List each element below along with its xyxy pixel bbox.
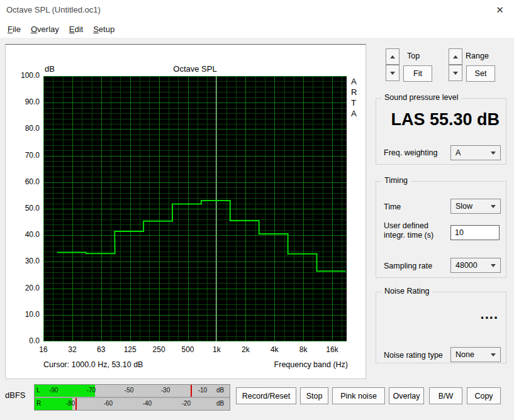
dbfs-label: dBFS xyxy=(5,390,26,400)
arta-watermark: ARTA xyxy=(351,76,359,119)
menu-edit[interactable]: Edit xyxy=(64,22,88,36)
menu-bar: File Overlay Edit Setup xyxy=(0,20,514,38)
arrow-down-icon xyxy=(390,72,395,75)
chevron-down-icon xyxy=(491,264,496,267)
time-label: Time xyxy=(384,202,401,212)
spl-groupbox: Sound pressure level LAS 55.30 dB Freq. … xyxy=(376,98,506,165)
noise-rating-group-title: Noise Rating xyxy=(381,287,433,296)
plot-title: Octave SPL xyxy=(43,64,347,74)
timing-group-title: Timing xyxy=(381,176,411,185)
chevron-down-icon xyxy=(491,152,496,155)
noise-rating-groupbox: Noise Rating .... Noise rating type None xyxy=(376,292,506,363)
range-label: Range xyxy=(466,52,489,60)
menu-file[interactable]: File xyxy=(3,22,26,36)
level-meter: L -90-70-50-30-10dB R -80-60-40-20dB xyxy=(34,384,230,411)
timing-groupbox: Timing Time Slow User defined integr. ti… xyxy=(376,181,506,278)
spl-readout: LAS 55.30 dB xyxy=(381,110,500,130)
meter-row-left: L -90-70-50-30-10dB xyxy=(35,385,230,398)
sampling-rate-value: 48000 xyxy=(455,261,478,270)
plot-panel: dB Octave SPL ARTA 0.010.020.030.040.050… xyxy=(5,44,366,379)
noise-rating-type-select[interactable]: None xyxy=(450,347,501,362)
top-spin-up-button[interactable] xyxy=(386,48,399,65)
range-spin-up-button[interactable] xyxy=(449,48,462,65)
meter-row-right: R -80-60-40-20dB xyxy=(35,398,230,410)
copy-button[interactable]: Copy xyxy=(467,387,501,404)
top-label: Top xyxy=(407,52,420,60)
overlay-button[interactable]: Overlay xyxy=(389,387,424,404)
top-spinner xyxy=(386,48,399,81)
cursor-readout: Cursor: 1000.0 Hz, 53.10 dB xyxy=(43,360,143,369)
app-window: Octave SPL (Untitled.oc1) ✕ File Overlay… xyxy=(0,0,514,420)
window-title: Octave SPL (Untitled.oc1) xyxy=(6,5,101,14)
chevron-down-icon xyxy=(491,205,496,208)
channel-right-label: R xyxy=(36,400,41,407)
top-spin-down-button[interactable] xyxy=(386,65,399,81)
time-value: Slow xyxy=(455,202,472,211)
noise-rating-readout: .... xyxy=(481,306,498,323)
title-bar[interactable]: Octave SPL (Untitled.oc1) ✕ xyxy=(0,0,514,20)
noise-rating-type-value: None xyxy=(455,350,474,359)
menu-setup[interactable]: Setup xyxy=(88,22,120,36)
range-spin-down-button[interactable] xyxy=(449,65,462,81)
freq-weighting-label: Freq. weighting xyxy=(384,148,437,158)
arrow-up-icon xyxy=(453,55,458,58)
set-button[interactable]: Set xyxy=(466,65,495,82)
stop-button[interactable]: Stop xyxy=(300,387,328,404)
record-reset-button[interactable]: Record/Reset xyxy=(236,387,296,404)
channel-left-label: L xyxy=(36,387,40,394)
arrow-down-icon xyxy=(453,72,458,75)
chevron-down-icon xyxy=(491,353,496,356)
integr-time-label: User defined integr. time (s) xyxy=(384,221,433,240)
meter-peak-right xyxy=(75,398,77,410)
range-spinner xyxy=(449,48,462,81)
pink-noise-button[interactable]: Pink noise xyxy=(332,387,385,404)
sampling-rate-label: Sampling rate xyxy=(384,262,432,271)
x-axis-title: Frequency band (Hz) xyxy=(274,360,348,369)
integr-time-input[interactable] xyxy=(450,225,500,240)
freq-weighting-value: A xyxy=(455,148,461,157)
fit-button[interactable]: Fit xyxy=(403,65,432,82)
bw-button[interactable]: B/W xyxy=(429,387,462,404)
freq-weighting-select[interactable]: A xyxy=(450,145,501,160)
spl-group-title: Sound pressure level xyxy=(381,93,461,102)
close-icon[interactable]: ✕ xyxy=(486,0,514,20)
noise-rating-type-label: Noise rating type xyxy=(384,351,443,360)
meter-peak-left xyxy=(191,385,192,397)
octave-spl-chart[interactable] xyxy=(43,76,347,341)
sampling-rate-select[interactable]: 48000 xyxy=(450,258,501,273)
time-select[interactable]: Slow xyxy=(450,199,501,214)
menu-overlay[interactable]: Overlay xyxy=(26,22,64,36)
arrow-up-icon xyxy=(390,55,395,58)
